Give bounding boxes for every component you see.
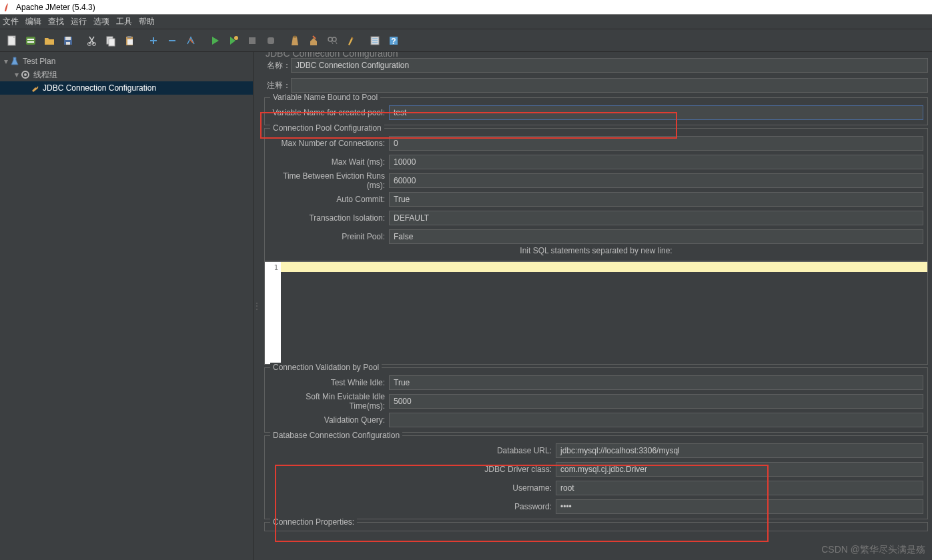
txiso-field[interactable]: DEFAULT — [389, 211, 923, 225]
help-button[interactable]: ? — [386, 33, 402, 49]
svg-point-19 — [332, 37, 336, 41]
search-button[interactable] — [324, 33, 340, 49]
svg-rect-1 — [26, 37, 35, 45]
save-button[interactable] — [60, 33, 76, 49]
window-title: Apache JMeter (5.4.3) — [16, 3, 95, 12]
tree-thread-group[interactable]: ▾ 线程组 — [0, 68, 253, 81]
menu-file[interactable]: 文件 — [3, 16, 19, 27]
svg-rect-15 — [249, 37, 256, 44]
stop-button[interactable] — [244, 33, 260, 49]
svg-rect-10 — [109, 39, 115, 46]
name-field[interactable]: JDBC Connection Configuration — [291, 58, 928, 73]
group-conn-props: Connection Properties: — [264, 522, 928, 531]
copy-button[interactable] — [103, 33, 119, 49]
open-button[interactable] — [41, 33, 57, 49]
comment-label: 注释： — [264, 80, 291, 91]
shutdown-button[interactable] — [263, 33, 279, 49]
svg-rect-2 — [27, 39, 34, 40]
svg-point-18 — [328, 37, 332, 41]
function-helper-button[interactable] — [367, 33, 383, 49]
sql-body[interactable] — [281, 262, 927, 364]
reset-search-button[interactable] — [343, 33, 359, 49]
svg-rect-3 — [27, 41, 34, 43]
maxwait-field[interactable]: 10000 — [389, 155, 923, 169]
config-panel: JDBC Connection Configuration 名称： JDBC C… — [260, 52, 932, 560]
comment-field[interactable] — [291, 78, 928, 93]
group-validation: Connection Validation by Pool Test While… — [264, 367, 928, 433]
paste-button[interactable] — [121, 33, 137, 49]
sme-field[interactable]: 5000 — [389, 394, 923, 409]
menu-edit[interactable]: 编辑 — [25, 16, 41, 27]
cut-button[interactable] — [84, 33, 100, 49]
tree-panel: ▾ Test Plan ▾ 线程组 JDBC Connection Config… — [0, 52, 254, 560]
svg-point-17 — [293, 35, 297, 37]
dburl-field[interactable]: jdbc:mysql://localhost:3306/mysql — [556, 443, 923, 458]
svg-point-14 — [234, 36, 238, 40]
name-label: 名称： — [264, 60, 291, 71]
initsql-editor[interactable]: 1 — [264, 261, 928, 365]
new-button[interactable] — [4, 33, 20, 49]
watermark: CSDN @繁华尽头满是殇 — [821, 544, 925, 556]
varname-field[interactable]: test — [389, 105, 923, 120]
menu-bar: 文件 编辑 查找 运行 选项 工具 帮助 — [0, 15, 932, 29]
toggle-button[interactable] — [183, 33, 199, 49]
twi-field[interactable]: True — [389, 375, 923, 390]
svg-rect-12 — [127, 36, 131, 38]
jmeter-icon — [4, 3, 12, 12]
driver-field[interactable]: com.mysql.cj.jdbc.Driver — [556, 462, 923, 477]
wrench-icon — [29, 83, 40, 93]
toolbar: ? — [0, 29, 932, 52]
gear-icon — [20, 69, 31, 80]
svg-text:?: ? — [391, 37, 396, 46]
clear-button[interactable] — [287, 33, 303, 49]
tree-jdbc-config[interactable]: JDBC Connection Configuration — [0, 81, 253, 95]
clear-all-button[interactable] — [306, 33, 322, 49]
svg-rect-13 — [127, 39, 133, 45]
group-db-config: Database Connection Configuration Databa… — [264, 435, 928, 519]
initsql-label: Init SQL statements separated by new lin… — [269, 246, 923, 258]
varname-label: Variable Name for created pool: — [269, 108, 389, 117]
start-no-pause-button[interactable] — [225, 33, 242, 49]
svg-rect-6 — [66, 42, 70, 45]
evict-field[interactable]: 60000 — [389, 173, 923, 188]
menu-run[interactable]: 运行 — [71, 16, 87, 27]
main-area: ▾ Test Plan ▾ 线程组 JDBC Connection Config… — [0, 52, 932, 560]
start-button[interactable] — [207, 33, 223, 49]
svg-rect-5 — [65, 37, 71, 40]
menu-search[interactable]: 查找 — [48, 16, 64, 27]
preinit-field[interactable]: False — [389, 229, 923, 244]
menu-help[interactable]: 帮助 — [139, 16, 155, 27]
title-bar: Apache JMeter (5.4.3) — [0, 0, 932, 15]
group-varname: Variable Name Bound to Pool Variable Nam… — [264, 97, 928, 125]
splitter[interactable]: ⋮ — [254, 52, 260, 560]
vq-field[interactable] — [389, 413, 923, 427]
tree-test-plan[interactable]: ▾ Test Plan — [0, 55, 253, 68]
maxconn-field[interactable]: 0 — [389, 136, 923, 151]
collapse-button[interactable] — [164, 33, 180, 49]
password-field[interactable]: •••• — [556, 499, 923, 514]
group-pool-config: Connection Pool Configuration Max Number… — [264, 128, 928, 261]
expand-button[interactable] — [145, 33, 161, 49]
username-field[interactable]: root — [556, 481, 923, 495]
templates-button[interactable] — [23, 33, 39, 49]
menu-options[interactable]: 选项 — [93, 16, 109, 27]
autocommit-field[interactable]: True — [389, 192, 923, 207]
flask-icon — [9, 56, 20, 67]
line-gutter: 1 — [265, 262, 281, 364]
menu-tools[interactable]: 工具 — [116, 16, 132, 27]
svg-point-24 — [24, 73, 27, 76]
svg-rect-16 — [268, 37, 274, 44]
